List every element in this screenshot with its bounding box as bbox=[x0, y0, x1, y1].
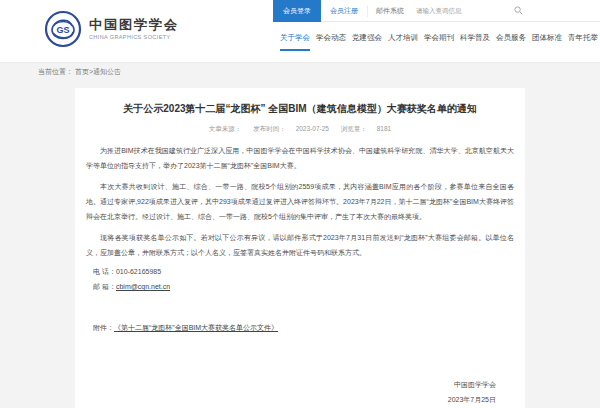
mail-system-button[interactable]: 邮件系统 bbox=[368, 6, 412, 16]
nav-item-journal[interactable]: 学会期刊 bbox=[424, 33, 454, 51]
paragraph-intro: 为推进BIM技术在我国建筑行业广泛深入应用，中国图学学会在中国科学技术协会、中国… bbox=[86, 143, 514, 173]
site-search bbox=[416, 6, 523, 15]
breadcrumb-prefix: 当前位置： bbox=[38, 68, 73, 75]
header-right: 会员登录 会员注册 邮件系统 关于学会 学会动态 党建强会 人 bbox=[273, 0, 600, 51]
nav-item-standard[interactable]: 团体标准 bbox=[532, 33, 562, 51]
member-register-button[interactable]: 会员注册 bbox=[321, 5, 368, 17]
member-login-button[interactable]: 会员登录 bbox=[273, 0, 321, 22]
nav-item-training[interactable]: 人才培训 bbox=[388, 33, 418, 51]
phone-number: 010-62165985 bbox=[116, 268, 161, 275]
nav-item-member[interactable]: 会员服务 bbox=[496, 33, 526, 51]
signature-org: 中国图学学会 bbox=[86, 377, 496, 392]
page: GS 中国图学学会 CHINA GRAPHICS SOCIETY 会员登录 会员… bbox=[0, 0, 600, 408]
paragraph-results: 本次大赛共收到设计、施工、综合、一带一路、院校5个组别的2559项成果，其内容涵… bbox=[86, 179, 514, 224]
attachment-file-link[interactable]: 《第十二届“龙图杯”全国BIM大赛获奖名单公示文件》 bbox=[114, 324, 278, 331]
meta-source-label: 文章来源： bbox=[209, 125, 242, 132]
signature-block: 中国图学学会 2023年7月25日 bbox=[86, 377, 514, 407]
article-card: 关于公示2023第十二届“龙图杯” 全国BIM（建筑信息模型）大赛获奖名单的通知… bbox=[75, 88, 525, 408]
phone-label: 电 话： bbox=[93, 268, 116, 275]
meta-date-label: 发布时间： bbox=[253, 125, 286, 132]
site-header: GS 中国图学学会 CHINA GRAPHICS SOCIETY 会员登录 会员… bbox=[0, 0, 600, 63]
logo-subtitle: CHINA GRAPHICS SOCIETY bbox=[89, 34, 179, 40]
contact-block: 电 话：010-62165985 邮 箱：cbim@cgn.net.cn bbox=[86, 264, 514, 294]
signature-date: 2023年7月25日 bbox=[86, 392, 496, 407]
contact-email-line: 邮 箱：cbim@cgn.net.cn bbox=[86, 279, 514, 294]
contact-phone-line: 电 话：010-62165985 bbox=[86, 264, 514, 279]
utility-bar: 会员登录 会员注册 邮件系统 bbox=[273, 0, 600, 22]
email-link[interactable]: cbim@cgn.net.cn bbox=[116, 283, 170, 290]
breadcrumb: 当前位置： 首页>通知公告 bbox=[38, 67, 121, 77]
attachment-line: 附件：《第十二届“龙图杯”全国BIM大赛获奖名单公示文件》 bbox=[86, 320, 514, 335]
logo-text: 中国图学学会 CHINA GRAPHICS SOCIETY bbox=[89, 18, 179, 40]
main-nav: 关于学会 学会动态 党建强会 人才培训 学会期刊 科学普及 会员服务 团体标准 … bbox=[273, 22, 600, 51]
breadcrumb-path-link[interactable]: 首页>通知公告 bbox=[75, 68, 121, 75]
nav-item-science[interactable]: 科学普及 bbox=[460, 33, 490, 51]
meta-views: 8181 bbox=[377, 125, 391, 132]
nav-item-party[interactable]: 党建强会 bbox=[352, 33, 382, 51]
society-emblem-icon: GS bbox=[44, 10, 82, 48]
search-icon[interactable] bbox=[514, 6, 523, 15]
paragraph-notice: 现将各奖项获奖名单公示如下。若对以下公示有异议，请以邮件形式于2023年7月31… bbox=[86, 230, 514, 260]
svg-text:GS: GS bbox=[56, 25, 69, 35]
nav-item-about[interactable]: 关于学会 bbox=[280, 33, 310, 51]
attachment-label: 附件： bbox=[93, 324, 114, 331]
meta-views-label: 浏览量： bbox=[341, 125, 367, 132]
site-logo[interactable]: GS 中国图学学会 CHINA GRAPHICS SOCIETY bbox=[44, 10, 179, 48]
logo-title: 中国图学学会 bbox=[89, 18, 179, 32]
email-label: 邮 箱： bbox=[93, 283, 116, 290]
nav-item-youth[interactable]: 青年托举 bbox=[568, 33, 598, 51]
article-title: 关于公示2023第十二届“龙图杯” 全国BIM（建筑信息模型）大赛获奖名单的通知 bbox=[86, 102, 514, 116]
article-meta: 文章来源： 发布时间：2023-07-25 浏览量：8181 bbox=[86, 124, 514, 133]
nav-item-news[interactable]: 学会动态 bbox=[316, 33, 346, 51]
meta-date: 2023-07-25 bbox=[296, 125, 329, 132]
search-input[interactable] bbox=[416, 7, 508, 14]
